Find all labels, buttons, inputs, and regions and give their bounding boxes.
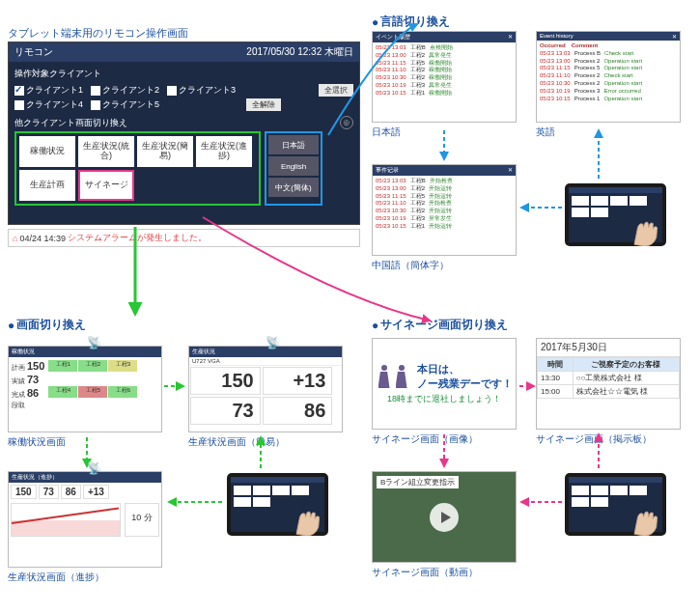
client-3-checkbox[interactable]: クライアント3	[167, 84, 236, 97]
remote-title: リモコン	[14, 45, 53, 59]
home-icon: ⌂	[13, 234, 17, 243]
tablet-lang	[565, 183, 666, 246]
remote-panel: リモコン 2017/05/30 12:32 木曜日 操作対象クライアント クライ…	[8, 42, 360, 225]
signage-board-panel: 2017年5月30日 時間ご視察予定のお客様 13:30○○工業株式会社 様 1…	[536, 338, 681, 430]
panel-title: イベント履歴	[376, 33, 410, 42]
lang-cn-button[interactable]: 中文(簡体)	[268, 178, 319, 197]
tablet-signage	[565, 473, 666, 536]
select-all-button[interactable]: 全選択	[319, 84, 353, 97]
section-screen-heading: 画面切り換え	[8, 317, 86, 333]
video-caption: Bライン組立変更指示	[377, 476, 459, 488]
remote-titlebar: リモコン 2017/05/30 12:32 木曜日	[9, 42, 359, 62]
signage-video-label: サイネージ画面（動画）	[372, 566, 478, 579]
screen-section-label: 他クライアント画面切り換え	[14, 117, 353, 129]
progress-label: 生産状況画面（進捗）	[8, 571, 104, 584]
signage-video-panel: Bライン組立変更指示	[372, 471, 517, 563]
alarm-text: システムアラームが発生しました。	[68, 232, 207, 244]
close-icon[interactable]: ✕	[672, 33, 677, 40]
screen-button-group: 稼働状況 生産状況(統合) 生産状況(簡易) 生産状況(進捗) 生産計画 サイネ…	[14, 131, 261, 206]
client-5-checkbox[interactable]: クライアント5	[91, 98, 159, 111]
signage-image-panel: 本日は、 ノー残業デーです！ 18時までに退社しましょう！	[372, 338, 517, 430]
globe-icon[interactable]: ⊕	[340, 116, 353, 129]
close-icon[interactable]: ✕	[508, 166, 513, 175]
lang-button-group: 日本語 English 中文(簡体)	[265, 131, 322, 206]
progress-panel: 生産状況（進捗） 150 73 86 +13 10 分	[8, 471, 162, 568]
lang-en-label: 英語	[536, 125, 555, 139]
lang-en-button[interactable]: English	[268, 156, 319, 176]
panel-title: 事件记录	[376, 166, 399, 175]
screen-signage-button[interactable]: サイネージ	[78, 170, 134, 201]
page-title: タブレット端末用のリモコン操作画面	[8, 26, 188, 41]
signage-image-label: サイネージ画面（画像）	[372, 432, 478, 446]
antenna-icon: 📡	[266, 336, 280, 349]
antenna-icon: 📡	[87, 336, 101, 349]
checkbox-icon	[14, 100, 24, 110]
lang-panel-en: Event history✕ Occurred Comment05/23 13:…	[536, 31, 681, 123]
checkbox-icon	[91, 86, 100, 96]
deselect-all-button[interactable]: 全解除	[246, 98, 281, 111]
checkbox-icon	[167, 86, 177, 96]
antenna-icon: 📡	[87, 461, 101, 475]
simple-label: 生産状況画面（簡易）	[188, 435, 285, 449]
screen-plan-button[interactable]: 生産計画	[19, 170, 75, 201]
kadou-panel: 稼働状況 計画 150 実績 73 完成 86 段取 工程1 工程2 工程3 工…	[8, 346, 162, 432]
client-2-checkbox[interactable]: クライアント2	[91, 84, 159, 97]
client-4-checkbox[interactable]: クライアント4	[14, 98, 83, 111]
client-1-checkbox[interactable]: クライアント1	[14, 84, 83, 97]
section-lang-heading: 言語切り換え	[372, 14, 450, 30]
kadou-label: 稼働状況画面	[8, 435, 66, 449]
lang-jp-button[interactable]: 日本語	[268, 135, 319, 154]
close-icon[interactable]: ✕	[508, 33, 513, 42]
screen-prod-simple-button[interactable]: 生産状況(簡易)	[137, 136, 193, 167]
screen-kadou-button[interactable]: 稼働状況	[19, 136, 75, 167]
screen-prod-total-button[interactable]: 生産状況(統合)	[78, 136, 134, 167]
signage-board-label: サイネージ画面（掲示板）	[536, 432, 652, 446]
simple-panel: 生産状況 U727 VGA 150 +13 73 86	[188, 346, 343, 432]
screen-prod-progress-button[interactable]: 生産状況(進捗)	[196, 136, 252, 167]
lang-jp-label: 日本語	[372, 125, 401, 139]
section-signage-heading: サイネージ画面切り換え	[372, 317, 508, 333]
play-icon[interactable]	[430, 503, 459, 532]
tablet-screen	[227, 473, 328, 536]
alarm-bar: ⌂ 04/24 14:39 システムアラームが発生しました。	[8, 229, 360, 247]
checkbox-icon	[91, 100, 100, 110]
client-section-label: 操作対象クライアント	[14, 68, 353, 80]
lang-panel-cn: 事件记录✕ 05/23 13:03 工程B 开始检查05/23 13:00 工程…	[372, 164, 517, 256]
alarm-time: 04/24 14:39	[19, 234, 66, 243]
remote-timestamp: 2017/05/30 12:32 木曜日	[246, 45, 353, 59]
lang-cn-label: 中国語（簡体字）	[372, 259, 449, 272]
people-icon	[377, 365, 409, 388]
lang-panel-jp: イベント履歴✕ 05/23 13:03 工程B 点検開始05/23 13:00 …	[372, 31, 517, 123]
panel-title: Event history	[540, 33, 574, 40]
checkbox-icon	[14, 86, 24, 96]
